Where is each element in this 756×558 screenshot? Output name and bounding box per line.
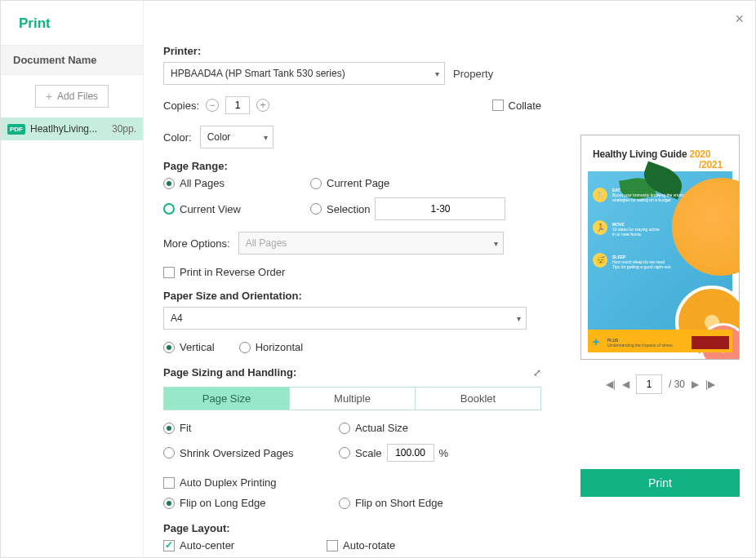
last-page-icon[interactable]: |▶ <box>705 379 715 390</box>
auto-center-label: Auto-center <box>180 539 234 551</box>
page-number-input[interactable] <box>636 374 662 394</box>
horizontal-radio[interactable]: Horizontal <box>239 341 304 353</box>
plus-icon: + <box>46 90 52 103</box>
vertical-radio[interactable]: Vertical <box>163 341 215 353</box>
auto-duplex-checkbox[interactable]: Auto Duplex Printing <box>163 476 541 489</box>
color-value: Color <box>207 131 231 143</box>
document-name-header: Document Name <box>1 45 143 75</box>
printer-property-link[interactable]: Property <box>453 68 493 80</box>
page-range-label: Page Range: <box>163 160 541 172</box>
add-files-button[interactable]: + Add Files <box>35 85 109 108</box>
paper-size-value: A4 <box>171 312 183 324</box>
actual-size-radio[interactable]: Actual Size <box>339 422 541 434</box>
more-options-value: All Pages <box>246 237 287 249</box>
preview-title: Healthy Living Guide 2020 <box>593 148 727 160</box>
all-pages-label: All Pages <box>180 177 225 189</box>
scale-input[interactable] <box>387 444 434 462</box>
percent-label: % <box>439 447 449 459</box>
collate-checkbox[interactable]: Collate <box>492 100 541 112</box>
close-icon[interactable]: × <box>735 11 744 28</box>
sizing-label: Page Sizing and Handling: <box>163 366 296 379</box>
collate-label: Collate <box>509 100 541 112</box>
add-files-label: Add Files <box>57 91 98 102</box>
chevron-down-icon: ▾ <box>517 314 521 323</box>
flip-short-label: Flip on Short Edge <box>355 497 443 509</box>
horizontal-label: Horizontal <box>256 341 304 353</box>
current-page-radio[interactable]: Current Page <box>310 177 541 189</box>
expand-icon[interactable]: ⤢ <box>533 367 541 379</box>
tab-page-size[interactable]: Page Size <box>164 388 290 410</box>
pdf-icon: PDF <box>7 124 25 135</box>
copies-increment-button[interactable]: + <box>256 99 269 112</box>
file-row[interactable]: PDF HeatlhyLiving... 30pp. <box>1 117 143 140</box>
selection-range-input[interactable] <box>375 197 505 220</box>
page-layout-label: Page Layout: <box>163 522 541 534</box>
vertical-label: Vertical <box>180 341 215 353</box>
chevron-down-icon: ▾ <box>494 239 498 248</box>
preview-pager: ◀| ◀ / 30 ▶ |▶ <box>580 374 740 394</box>
page-preview: Healthy Living Guide 2020 /2021 A DIGEST… <box>580 135 740 360</box>
fit-radio[interactable]: Fit <box>163 422 339 434</box>
prev-page-icon[interactable]: ◀ <box>622 379 629 390</box>
selection-radio[interactable]: Selection <box>310 197 541 220</box>
copies-decrement-button[interactable]: − <box>206 99 219 112</box>
shrink-radio[interactable]: Shrink Oversized Pages <box>163 444 339 462</box>
current-page-label: Current Page <box>327 177 389 189</box>
sizing-tabs: Page Size Multiple Booklet <box>163 387 541 410</box>
printer-label: Printer: <box>163 45 541 57</box>
reverse-order-label: Print in Reverse Order <box>180 266 285 278</box>
auto-rotate-label: Auto-rotate <box>343 539 395 551</box>
auto-duplex-label: Auto Duplex Printing <box>180 476 277 489</box>
current-view-label: Current View <box>180 203 241 215</box>
auto-rotate-checkbox[interactable]: Auto-rotate <box>327 539 541 551</box>
dialog-title: Print <box>1 1 143 45</box>
more-options-label: More Options: <box>163 237 230 250</box>
file-name: HeatlhyLiving... <box>30 123 107 135</box>
flip-long-label: Flip on Long Edge <box>180 497 266 509</box>
settings-panel: Printer: HPBAAD4A (HP Smart Tank 530 ser… <box>144 1 566 557</box>
selection-label: Selection <box>327 203 370 215</box>
paper-size-select[interactable]: A4 ▾ <box>163 307 527 330</box>
all-pages-radio[interactable]: All Pages <box>163 177 310 189</box>
auto-center-checkbox[interactable]: Auto-center <box>163 539 327 551</box>
chevron-down-icon: ▾ <box>264 133 268 142</box>
color-label: Color: <box>163 131 192 144</box>
print-dialog: × Print Document Name + Add Files PDF He… <box>0 0 756 558</box>
tab-booklet[interactable]: Booklet <box>416 388 540 410</box>
sidebar: Print Document Name + Add Files PDF Heat… <box>1 1 144 557</box>
scale-radio[interactable]: Scale <box>339 447 382 459</box>
tab-multiple[interactable]: Multiple <box>290 388 416 410</box>
shrink-label: Shrink Oversized Pages <box>180 447 293 459</box>
current-view-radio[interactable]: Current View <box>163 203 310 215</box>
printer-value: HPBAAD4A (HP Smart Tank 530 series) <box>171 68 345 79</box>
print-button[interactable]: Print <box>580 469 740 497</box>
file-page-count: 30pp. <box>112 123 136 135</box>
chevron-down-icon: ▾ <box>435 69 439 78</box>
next-page-icon[interactable]: ▶ <box>692 379 699 390</box>
actual-size-label: Actual Size <box>355 422 408 434</box>
copies-label: Copies: <box>163 100 199 112</box>
flip-long-radio[interactable]: Flip on Long Edge <box>163 497 339 509</box>
more-options-select[interactable]: All Pages ▾ <box>238 232 504 255</box>
scale-label: Scale <box>355 447 382 459</box>
preview-panel: Healthy Living Guide 2020 /2021 A DIGEST… <box>566 1 755 557</box>
copies-input[interactable] <box>225 96 250 114</box>
reverse-order-checkbox[interactable]: Print in Reverse Order <box>163 266 541 278</box>
fit-label: Fit <box>180 422 191 434</box>
flip-short-radio[interactable]: Flip on Short Edge <box>339 497 541 509</box>
first-page-icon[interactable]: ◀| <box>606 379 616 390</box>
printer-select[interactable]: HPBAAD4A (HP Smart Tank 530 series) ▾ <box>163 62 445 85</box>
page-total: / 30 <box>669 379 685 390</box>
color-select[interactable]: Color ▾ <box>200 126 273 148</box>
paper-label: Paper Size and Orientation: <box>163 290 541 302</box>
